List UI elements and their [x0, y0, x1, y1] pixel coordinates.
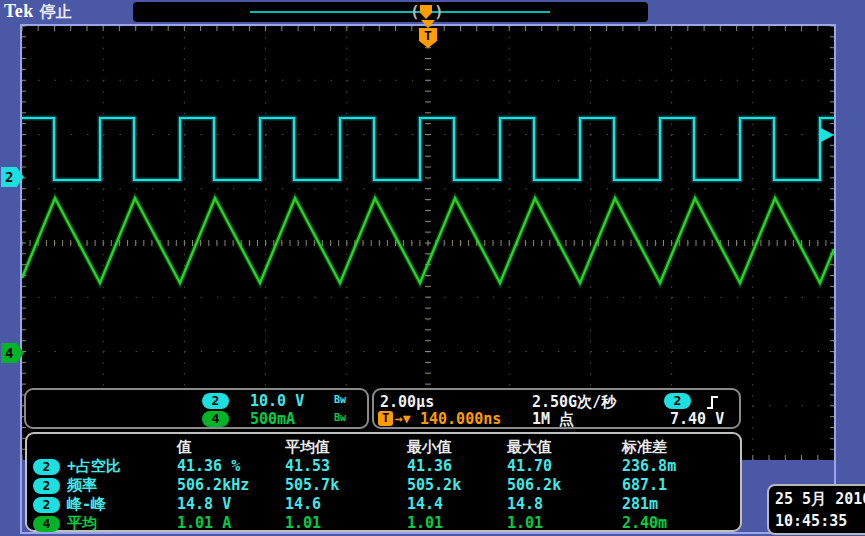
trigger-level-readout[interactable]: 7.40 V — [670, 410, 724, 428]
measurement-mean: 14.6 — [285, 495, 321, 513]
measurement-name: 峰-峰 — [67, 495, 106, 513]
measurement-header-row: 值 平均值 最小值 最大值 标准差 — [27, 438, 740, 457]
measurement-max: 14.8 — [507, 495, 543, 513]
measurement-min: 1.01 — [407, 514, 443, 532]
ch2-scale[interactable]: 10.0 V — [250, 392, 304, 410]
ch4-badge[interactable]: 4 — [202, 411, 229, 427]
measurement-max: 41.70 — [507, 457, 552, 475]
row-ch-badge: 2 — [33, 459, 60, 475]
rising-edge-icon — [706, 392, 720, 411]
measurement-std: 2.40m — [622, 514, 667, 532]
trigger-delay-readout[interactable]: 140.000ns — [420, 410, 501, 428]
measurement-value: 41.36 % — [177, 457, 240, 475]
header-min: 最小值 — [407, 438, 452, 457]
ch2-badge[interactable]: 2 — [202, 393, 229, 409]
ch4-bandwidth-icon: Bw — [334, 412, 346, 423]
trigger-arrow-icon — [421, 20, 435, 28]
measurement-min: 41.36 — [407, 457, 452, 475]
header-std: 标准差 — [622, 438, 667, 457]
measurement-value: 506.2kHz — [177, 476, 249, 494]
header-mean: 平均值 — [285, 438, 330, 457]
expand-bracket-right-icon: ) — [434, 2, 444, 21]
measurement-mean: 41.53 — [285, 457, 330, 475]
measurement-table: 值 平均值 最小值 最大值 标准差 2+占空比 41.36 % 41.53 41… — [25, 432, 742, 532]
measurement-name: 平均 — [67, 514, 97, 532]
measurement-mean: 1.01 — [285, 514, 321, 532]
trigger-t-flag-icon: T — [419, 28, 437, 48]
row-ch-badge: 2 — [33, 478, 60, 494]
measurement-row-mean: 4平均 1.01 A 1.01 1.01 1.01 2.40m — [27, 514, 740, 533]
measurement-std: 281m — [622, 495, 658, 513]
measurement-name: +占空比 — [67, 457, 121, 475]
measurement-std: 236.8m — [622, 457, 676, 475]
ch2-bandwidth-icon: Bw — [334, 394, 346, 405]
trigger-position-marker-icon[interactable] — [420, 5, 432, 19]
record-length-readout: 1M 点 — [532, 410, 574, 429]
vertical-readout-box: 2 10.0 V Bw 4 500mA Bw — [24, 388, 369, 429]
horizontal-trigger-readout-box: 2.00μs 2.50G次/秒 2 T →▼ 140.000ns 1M 点 7.… — [372, 388, 741, 429]
delay-arrows-icon: →▼ — [395, 411, 411, 426]
oscilloscope-screen: Tek 停止 ( ) T 25 5月 2016 10:45:35 2 4 2 1… — [0, 0, 865, 536]
datetime-box: 25 5月 2016 10:45:35 — [767, 484, 865, 535]
acquisition-status: 停止 — [40, 2, 72, 23]
header-value: 值 — [177, 438, 192, 457]
trigger-time-marker[interactable]: T — [419, 20, 437, 52]
measurement-row-frequency: 2频率 506.2kHz 505.7k 505.2k 506.2k 687.1 — [27, 476, 740, 495]
measurement-max: 1.01 — [507, 514, 543, 532]
timebase-readout[interactable]: 2.00μs — [380, 393, 434, 411]
record-view-bar[interactable]: ( ) — [133, 2, 648, 22]
trigger-source-badge[interactable]: 2 — [664, 393, 691, 409]
row-ch-badge: 4 — [33, 516, 60, 532]
measurement-value: 14.8 V — [177, 495, 231, 513]
measurement-row-pkpk: 2峰-峰 14.8 V 14.6 14.4 14.8 281m — [27, 495, 740, 514]
ch4-scale[interactable]: 500mA — [250, 410, 295, 428]
measurement-max: 506.2k — [507, 476, 561, 494]
measurement-std: 687.1 — [622, 476, 667, 494]
row-ch-badge: 2 — [33, 497, 60, 513]
measurement-min: 505.2k — [407, 476, 461, 494]
time-label: 10:45:35 — [775, 510, 865, 532]
expand-bracket-left-icon: ( — [410, 2, 420, 21]
measurement-min: 14.4 — [407, 495, 443, 513]
header-max: 最大值 — [507, 438, 552, 457]
tek-logo: Tek — [4, 1, 34, 22]
trigger-t-icon: T — [378, 411, 393, 426]
measurement-name: 频率 — [67, 476, 97, 494]
measurement-row-duty: 2+占空比 41.36 % 41.53 41.36 41.70 236.8m — [27, 457, 740, 476]
measurement-value: 1.01 A — [177, 514, 231, 532]
date-label: 25 5月 2016 — [775, 488, 865, 510]
measurement-mean: 505.7k — [285, 476, 339, 494]
record-waveform-line — [250, 11, 550, 13]
